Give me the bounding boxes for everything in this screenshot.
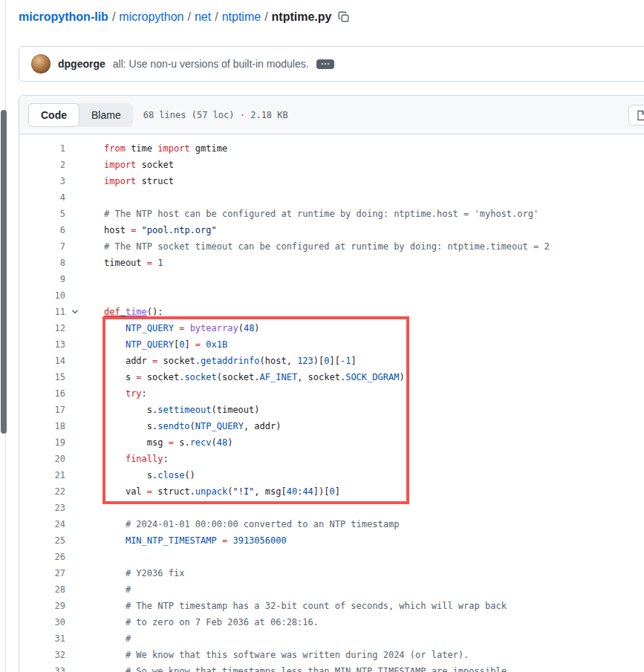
fold-gutter bbox=[65, 418, 85, 434]
line-number[interactable]: 33 bbox=[19, 663, 65, 672]
line-number[interactable]: 5 bbox=[19, 206, 65, 222]
code-text: finally: bbox=[85, 451, 169, 467]
line-number[interactable]: 13 bbox=[19, 336, 65, 353]
code-line: 30 # to zero on 7 Feb 2036 at 06:28:16. bbox=[19, 614, 644, 630]
avatar[interactable] bbox=[31, 54, 51, 74]
code-text: msg = s.recv(48) bbox=[85, 434, 232, 451]
commit-ellipsis-button[interactable] bbox=[316, 59, 334, 69]
commit-message[interactable]: all: Use non-u versions of built-in modu… bbox=[113, 58, 309, 70]
left-scrollbar-thumb[interactable] bbox=[1, 110, 7, 434]
copy-path-icon[interactable] bbox=[338, 11, 350, 23]
line-number[interactable]: 16 bbox=[19, 385, 65, 402]
fold-gutter bbox=[65, 222, 85, 238]
breadcrumb-item-micropython-lib[interactable]: micropython-lib bbox=[19, 10, 108, 23]
raw-file-button[interactable] bbox=[628, 105, 644, 125]
line-number[interactable]: 24 bbox=[19, 516, 65, 532]
code-line: 25 MIN_NTP_TIMESTAMP = 3913056000 bbox=[19, 532, 644, 549]
code-text: # bbox=[85, 630, 131, 647]
line-number[interactable]: 19 bbox=[19, 434, 65, 451]
fold-gutter bbox=[65, 255, 85, 271]
line-number[interactable]: 25 bbox=[19, 532, 65, 549]
code-line: 16 try: bbox=[19, 385, 644, 402]
line-number[interactable]: 26 bbox=[19, 549, 65, 565]
line-number[interactable]: 15 bbox=[19, 369, 65, 385]
line-number[interactable]: 31 bbox=[19, 630, 65, 647]
line-number[interactable]: 21 bbox=[19, 467, 65, 483]
collapse-chevron-icon[interactable] bbox=[65, 304, 85, 320]
commit-bar: dpgeorge all: Use non-u versions of buil… bbox=[19, 46, 644, 82]
code-text: s.settimeout(timeout) bbox=[85, 402, 260, 418]
breadcrumb-item-ntptime[interactable]: ntptime bbox=[222, 10, 261, 23]
code-line: 32 # We know that this software was writ… bbox=[19, 647, 644, 663]
code-text: from time import gmtime bbox=[85, 140, 227, 157]
code-text bbox=[85, 549, 104, 565]
line-number[interactable]: 20 bbox=[19, 451, 65, 467]
code-line: 31 # bbox=[19, 630, 644, 647]
line-number[interactable]: 7 bbox=[19, 238, 65, 255]
code-text: # The NTP socket timeout can be configur… bbox=[85, 238, 550, 255]
fold-gutter bbox=[65, 320, 85, 336]
file-icon bbox=[637, 110, 644, 121]
code-text bbox=[85, 271, 104, 287]
code-line: 2import socket bbox=[19, 157, 644, 173]
line-number[interactable]: 3 bbox=[19, 173, 65, 189]
line-number[interactable]: 28 bbox=[19, 581, 65, 598]
code-text: try: bbox=[85, 385, 147, 402]
line-number[interactable]: 2 bbox=[19, 157, 65, 173]
fold-gutter bbox=[65, 369, 85, 385]
line-number[interactable]: 32 bbox=[19, 647, 65, 663]
line-number[interactable]: 22 bbox=[19, 483, 65, 500]
line-number[interactable]: 1 bbox=[19, 140, 65, 157]
fold-gutter bbox=[65, 173, 85, 189]
breadcrumb-item-micropython[interactable]: micropython bbox=[119, 10, 183, 23]
code-text: # Y2036 fix bbox=[85, 565, 184, 581]
commit-author[interactable]: dpgeorge bbox=[58, 58, 105, 70]
line-number[interactable]: 14 bbox=[19, 353, 65, 369]
breadcrumb-separator: / bbox=[211, 10, 221, 23]
code-line: 24 # 2024-01-01 00:00:00 converted to an… bbox=[19, 516, 644, 532]
code-line: 20 finally: bbox=[19, 451, 644, 467]
file-meta: 68 lines (57 loc) · 2.18 KB bbox=[143, 110, 288, 120]
line-number[interactable]: 29 bbox=[19, 598, 65, 614]
code-text: # So we know that timestamps less than M… bbox=[85, 663, 507, 672]
line-number[interactable]: 10 bbox=[19, 287, 65, 304]
line-number[interactable]: 18 bbox=[19, 418, 65, 434]
line-number[interactable]: 17 bbox=[19, 402, 65, 418]
tab-blame[interactable]: Blame bbox=[79, 103, 133, 127]
tab-code[interactable]: Code bbox=[28, 103, 79, 127]
code-line: 12 NTP_QUERY = bytearray(48) bbox=[19, 320, 644, 336]
fold-gutter bbox=[65, 238, 85, 255]
code-text: # bbox=[85, 581, 131, 598]
fold-gutter bbox=[65, 271, 85, 287]
line-number[interactable]: 23 bbox=[19, 500, 65, 516]
breadcrumb-separator: / bbox=[261, 10, 271, 23]
code-text: s.close() bbox=[85, 467, 195, 483]
code-line: 27 # Y2036 fix bbox=[19, 565, 644, 581]
fold-gutter bbox=[65, 516, 85, 532]
line-number[interactable]: 11 bbox=[19, 304, 65, 320]
code-text: val = struct.unpack("!I", msg[40:44])[0] bbox=[85, 483, 340, 500]
code-line: 9 bbox=[19, 271, 644, 287]
fold-gutter bbox=[65, 549, 85, 565]
line-number[interactable]: 9 bbox=[19, 271, 65, 287]
fold-gutter bbox=[65, 630, 85, 647]
breadcrumb: micropython-lib/micropython/net/ntptime/… bbox=[19, 10, 350, 24]
code-text bbox=[85, 189, 104, 206]
line-number[interactable]: 4 bbox=[19, 189, 65, 206]
code-line: 13 NTP_QUERY[0] = 0x1B bbox=[19, 336, 644, 353]
fold-gutter bbox=[65, 434, 85, 451]
fold-gutter bbox=[65, 614, 85, 630]
code-line: 8timeout = 1 bbox=[19, 255, 644, 271]
line-number[interactable]: 8 bbox=[19, 255, 65, 271]
fold-gutter bbox=[65, 353, 85, 369]
line-number[interactable]: 12 bbox=[19, 320, 65, 336]
code-text: # We know that this software was written… bbox=[85, 647, 469, 663]
line-number[interactable]: 6 bbox=[19, 222, 65, 238]
line-number[interactable]: 27 bbox=[19, 565, 65, 581]
code-line: 3import struct bbox=[19, 173, 644, 189]
code-text: MIN_NTP_TIMESTAMP = 3913056000 bbox=[85, 532, 287, 549]
breadcrumb-item-net[interactable]: net bbox=[195, 10, 211, 23]
code-line: 33 # So we know that timestamps less tha… bbox=[19, 663, 644, 672]
fold-gutter bbox=[65, 189, 85, 206]
line-number[interactable]: 30 bbox=[19, 614, 65, 630]
